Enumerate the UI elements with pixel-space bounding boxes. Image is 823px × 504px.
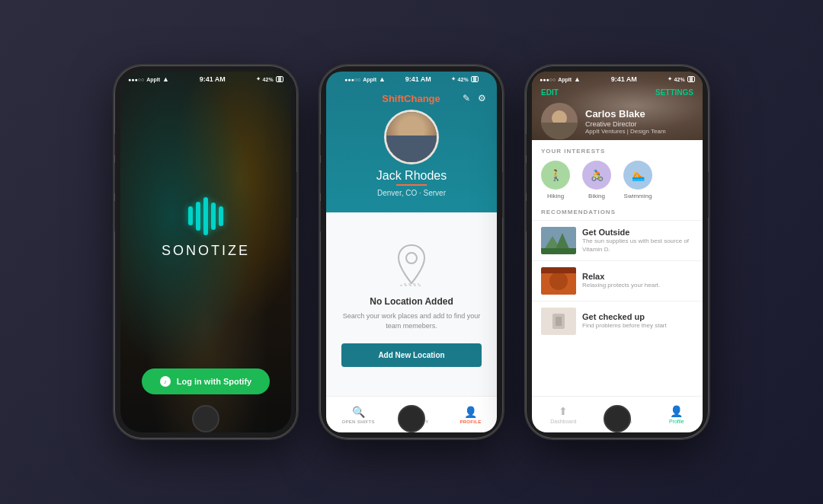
biking-circle: 🚴 (582, 161, 611, 190)
phone2-screen: ●●●○○ AppIt ▲ 9:41 AM ✦ 42% ▓ ShiftChang… (326, 72, 497, 432)
wave-bar-3 (203, 197, 208, 235)
mute-button (114, 134, 115, 155)
wave-bar-5 (219, 206, 223, 226)
battery-percentage: 42% (458, 77, 469, 82)
wave-bar-1 (188, 206, 193, 225)
mute-button (320, 134, 321, 155)
battery-icon: ▓ (471, 76, 479, 82)
nav-open-shifts[interactable]: 🔍 OPEN SHIFTS (341, 406, 374, 424)
add-location-button[interactable]: Add New Location (341, 343, 482, 367)
power-button (296, 172, 297, 218)
wifi-icon: ▲ (162, 75, 169, 83)
no-location-description: Search your work places and add to find … (341, 311, 482, 330)
rec-medical-thumbnail (541, 308, 576, 335)
app-name: SONOTIZE (162, 243, 250, 259)
volume-down-button (526, 201, 527, 231)
carrier-info: ●●●○○ AppIt ▲ (344, 75, 386, 83)
rec-relax-title: Relax (582, 272, 693, 281)
dashboard-label: Dashboard (550, 419, 576, 424)
logo-change: Change (404, 93, 440, 104)
volume-up-button (114, 163, 115, 193)
user-title: Creative Director (585, 120, 693, 128)
status-icons: ✦ 42% ▓ (451, 76, 479, 82)
home-button[interactable] (192, 405, 219, 432)
phone-profile: ●●●○○ AppIt ▲ 9:41 AM ✦ 42% ▓ EDIT SETTI… (526, 65, 709, 439)
wifi-icon: ▲ (379, 75, 386, 83)
swimming-circle: 🏊 (623, 161, 652, 190)
home-button[interactable] (604, 405, 631, 432)
bluetooth-icon: ✦ (451, 76, 456, 82)
rec-get-outside[interactable]: Get Outside The sun supplies us with bes… (532, 220, 703, 260)
user-company: AppIt Ventures | Design Team (585, 128, 693, 135)
hiking-label: Hiking (547, 193, 564, 199)
nav-profile[interactable]: 👤 PROFILE (460, 406, 481, 424)
logo-shift: Shift (382, 93, 404, 104)
rec-relax[interactable]: Relax Relaxing protects your heart. (532, 260, 703, 301)
clock: 9:41 AM (200, 75, 226, 83)
dashboard-icon: ⬆ (559, 405, 568, 417)
status-bar: ●●●○○ AppIt ▲ 9:41 AM ✦ 42% ▓ (532, 72, 703, 87)
sonotize-logo-area: SONOTIZE (162, 87, 250, 368)
user-location: Denver, CO · Server (377, 189, 446, 197)
settings-icon[interactable]: ⚙ (478, 93, 486, 104)
edit-button[interactable]: EDIT (541, 88, 559, 97)
interest-biking: 🚴 Biking (582, 161, 611, 199)
rec-get-checked-up-title: Get checked up (582, 312, 693, 321)
power-button (502, 172, 503, 218)
user-name: Jack Rhodes (376, 169, 447, 183)
status-bar: ●●●○○ AppIt ▲ 9:41 AM ✦ 42% ▓ (337, 72, 486, 87)
spotify-icon: ♪ (160, 376, 171, 387)
clock: 9:41 AM (405, 75, 431, 83)
carrier-info: ●●●○○ AppIt ▲ (128, 75, 169, 83)
spotify-login-button[interactable]: ♪ Log in with Spotify (142, 368, 270, 394)
avatar-image (386, 112, 437, 162)
status-bar: ●●●○○ AppIt ▲ 9:41 AM ✦ 42% ▓ (120, 72, 291, 87)
phone-sonotize: ●●●○○ AppIt ▲ 9:41 AM ✦ 42% ▓ (114, 65, 297, 439)
home-button[interactable] (398, 405, 425, 432)
phone3-screen: ●●●○○ AppIt ▲ 9:41 AM ✦ 42% ▓ EDIT SETTI… (532, 72, 703, 432)
interests-section: YOUR INTERESTS 🚶 Hiking 🚴 Biking 🏊 Swimm… (532, 140, 703, 204)
nav-profile[interactable]: 👤 Profile (669, 405, 684, 424)
carrier-info: ●●●○○ AppIt ▲ (540, 75, 581, 83)
wave-bar-4 (211, 203, 216, 230)
app-logo: ShiftChange (382, 93, 440, 104)
user-text: Carlos Blake Creative Director AppIt Ven… (585, 108, 693, 135)
open-shifts-label: OPEN SHIFTS (341, 419, 374, 424)
rec-relax-thumbnail (541, 267, 576, 295)
profile-header: ●●●○○ AppIt ▲ 9:41 AM ✦ 42% ▓ EDIT SETTI… (532, 72, 703, 140)
power-button (708, 172, 709, 218)
interest-swimming: 🏊 Swimming (623, 161, 652, 199)
rec-relax-desc: Relaxing protects your heart. (582, 282, 693, 289)
svg-rect-6 (541, 248, 576, 254)
rec-get-checked-up[interactable]: Get checked up Find problems before they… (532, 301, 703, 341)
svg-point-0 (406, 253, 417, 263)
settings-button[interactable]: SETTINGS (655, 88, 693, 97)
carrier-name: AppIt (146, 77, 160, 82)
user-avatar (384, 110, 439, 164)
signal-dots: ●●●○○ (344, 77, 360, 82)
location-pin-icon (392, 241, 431, 290)
interests-row: 🚶 Hiking 🚴 Biking 🏊 Swimming (541, 161, 693, 199)
svg-point-8 (549, 272, 568, 290)
phone-shiftchange: ●●●○○ AppIt ▲ 9:41 AM ✦ 42% ▓ ShiftChang… (320, 65, 503, 439)
rec-get-outside-desc: The sun supplies us with best source of … (582, 238, 693, 254)
profile-user-info: Carlos Blake Creative Director AppIt Ven… (532, 98, 703, 140)
volume-down-button (114, 201, 115, 231)
profile-actions-bar: EDIT SETTINGS (532, 87, 703, 98)
nav-dashboard[interactable]: ⬆ Dashboard (550, 405, 576, 424)
shiftchange-body: No Location Added Search your work place… (326, 212, 497, 396)
status-icons: ✦ 42% ▓ (668, 76, 695, 82)
rec-relax-content: Relax Relaxing protects your heart. (582, 272, 693, 289)
open-shifts-icon: 🔍 (352, 406, 365, 418)
shiftchange-header: ●●●○○ AppIt ▲ 9:41 AM ✦ 42% ▓ ShiftChang… (326, 72, 497, 212)
rec-get-checked-up-content: Get checked up Find problems before they… (582, 312, 693, 330)
spotify-login-label: Log in with Spotify (177, 377, 251, 386)
profile-icon: 👤 (464, 406, 477, 418)
sonotize-content: ●●●○○ AppIt ▲ 9:41 AM ✦ 42% ▓ (120, 72, 291, 432)
volume-up-button (320, 163, 321, 193)
rec-mountains-thumbnail (541, 227, 576, 254)
profile-label: PROFILE (460, 419, 481, 424)
sonotize-waves (188, 197, 223, 235)
edit-icon[interactable]: ✎ (463, 93, 470, 104)
rec-get-checked-up-desc: Find problems before they start (582, 322, 693, 330)
